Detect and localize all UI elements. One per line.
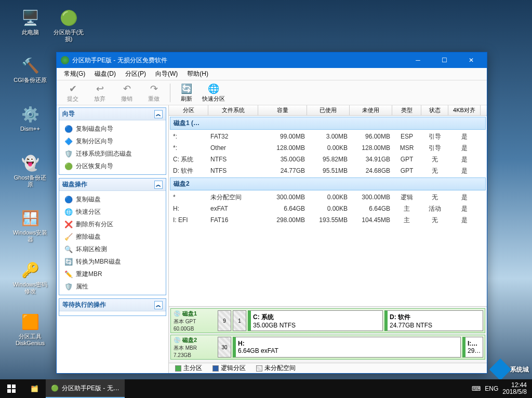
icon-label: Dism++ (20, 126, 40, 132)
diskmap-seg[interactable]: D: 软件24.77GB NTFS (384, 310, 483, 331)
panel-item[interactable]: 🔷复制分区向导 (60, 135, 165, 147)
panel-item[interactable]: ❌删除所有分区 (60, 218, 165, 230)
diskmap-row[interactable]: 💿 磁盘2基本 MBR7.23GB30H:6.64GB exFATI:…29… (170, 335, 485, 360)
col-容量[interactable]: 容量 (258, 105, 307, 115)
collapse-icon[interactable]: ︽ (154, 301, 163, 309)
disk-group-header[interactable]: 磁盘1 (… (170, 117, 486, 130)
toolbar-放弃[interactable]: ↩放弃 (87, 81, 113, 104)
icon-label: Windows安装器 (11, 229, 49, 243)
panel-item[interactable]: 🔍坏扇区检测 (60, 243, 165, 255)
taskbar-explorer[interactable]: 🗂️ (23, 379, 46, 398)
watermark-logo-icon (489, 359, 511, 380)
collapse-icon[interactable]: ︽ (154, 181, 163, 189)
close-button[interactable]: ✕ (459, 52, 483, 68)
disk-group-header[interactable]: 磁盘2 (170, 177, 486, 190)
item-icon: 🔄 (64, 257, 73, 266)
diskmap-seg-small[interactable]: 9 (218, 310, 231, 331)
tray-keyboard-icon[interactable]: ⌨ (472, 385, 481, 392)
icon: 👻 (20, 153, 41, 173)
collapse-icon[interactable]: ︽ (154, 110, 163, 118)
diskmap-info: 💿 磁盘1基本 GPT60.00GB (172, 310, 216, 331)
col-分区[interactable]: 分区 (169, 105, 208, 115)
desktop-icon-Dism++[interactable]: ⚙️Dism++ (11, 104, 49, 132)
minimize-button[interactable]: ─ (406, 52, 430, 68)
diskmap-seg[interactable]: I:…29… (462, 337, 483, 358)
svg-rect-0 (7, 385, 11, 388)
taskbar: 🗂️ 🟢 分区助手PE版 - 无… ⌨ ENG 12:44 2018/5/8 (0, 379, 532, 398)
col-未使用[interactable]: 未使用 (350, 105, 392, 115)
desktop-icon-Windows安装器[interactable]: 🪟Windows安装器 (11, 208, 49, 243)
col-状态[interactable]: 状态 (421, 105, 448, 115)
legend-item: 逻辑分区 (212, 364, 246, 373)
panel-item[interactable]: 🔄转换为MBR磁盘 (60, 255, 165, 268)
window-title: 分区助手PE版 - 无损分区免费软件 (72, 56, 403, 65)
toolbar-重做[interactable]: ↷重做 (141, 81, 167, 104)
panel-item[interactable]: 🔵复制磁盘 (60, 193, 165, 205)
panel-header[interactable]: 磁盘操作︽ (59, 179, 166, 191)
taskbar-app[interactable]: 🟢 分区助手PE版 - 无… (46, 379, 125, 398)
taskbar-app-label: 分区助手PE版 - 无… (62, 384, 119, 393)
partition-list[interactable]: 磁盘1 (…*:FAT3299.00MB3.00MB96.00MBESP引导是*… (169, 116, 487, 306)
start-button[interactable] (0, 379, 23, 398)
tray-date: 2018/5/8 (502, 389, 527, 395)
icon: 🟧 (20, 311, 41, 332)
toolbar-快速分区[interactable]: 🌐快速分区 (201, 81, 227, 104)
toolbar-刷新[interactable]: 🔄刷新 (174, 81, 200, 104)
diskmap-seg-small[interactable]: 1 (233, 310, 246, 331)
maximize-button[interactable]: ☐ (433, 52, 456, 68)
partition-row[interactable]: H:exFAT6.64GB0.00KB6.64GB主活动是 (169, 203, 487, 214)
menu-item[interactable]: 向导(W) (151, 68, 182, 79)
col-4KB对齐[interactable]: 4KB对齐 (448, 105, 481, 115)
desktop-icon-分区工具DiskGenius[interactable]: 🟧分区工具DiskGenius (11, 311, 49, 347)
partition-row[interactable]: I: EFIFAT16298.00MB193.55MB104.45MB主无是 (169, 214, 487, 226)
panel-item[interactable]: 🛡️迁移系统到固态磁盘 (60, 147, 165, 160)
menu-item[interactable]: 帮助(H) (183, 68, 212, 79)
desktop-icon-CGI备份还原[interactable]: 🔨CGI备份还原 (11, 55, 49, 84)
panel-header[interactable]: 向导︽ (59, 108, 166, 120)
sidebar: 向导︽🔵复制磁盘向导🔷复制分区向导🛡️迁移系统到固态磁盘🟢分区恢复向导磁盘操作︽… (57, 105, 169, 373)
system-tray[interactable]: ⌨ ENG 12:44 2018/5/8 (467, 382, 532, 395)
desktop: 🖥️此电脑🟢分区助手(无损)🔨CGI备份还原⚙️Dism++👻Ghost备份还原… (0, 0, 532, 398)
legend: 主分区逻辑分区未分配空间 (169, 363, 487, 373)
panel-item[interactable]: 🔵复制磁盘向导 (60, 122, 165, 135)
panel-向导: 向导︽🔵复制磁盘向导🔷复制分区向导🛡️迁移系统到固态磁盘🟢分区恢复向导 (59, 107, 166, 175)
svg-rect-2 (7, 389, 11, 393)
menu-item[interactable]: 常规(G) (60, 68, 89, 79)
menu-item[interactable]: 磁盘(D) (90, 68, 120, 79)
提交-icon: ✔ (69, 83, 77, 94)
diskmap-seg-small[interactable]: 30 (218, 337, 231, 358)
menu-item[interactable]: 分区(P) (121, 68, 150, 79)
diskmap-seg[interactable]: H:6.64GB exFAT (233, 337, 461, 358)
item-icon: 🟢 (64, 162, 73, 170)
toolbar-提交[interactable]: ✔提交 (60, 81, 86, 104)
partition-row[interactable]: *:Other128.00MB0.00KB128.00MBMSR引导是 (169, 142, 487, 154)
toolbar-撤销[interactable]: ↶撤销 (114, 81, 140, 104)
tray-lang[interactable]: ENG (485, 385, 498, 392)
desktop-icon-分区助手(无损)[interactable]: 🟢分区助手(无损) (50, 7, 87, 43)
panel-item[interactable]: 🟢分区恢复向导 (60, 160, 165, 172)
titlebar[interactable]: 分区助手PE版 - 无损分区免费软件 ─ ☐ ✕ (57, 52, 487, 68)
diskmap-row[interactable]: 💿 磁盘1基本 GPT60.00GB91C: 系统35.00GB NTFSD: … (170, 308, 485, 333)
panel-item[interactable]: 🛡️属性 (60, 280, 165, 293)
icon-label: Ghost备份还原 (11, 174, 49, 188)
desktop-icon-Windows密码修改[interactable]: 🔑Windows密码修改 (11, 259, 49, 295)
partition-row[interactable]: *:FAT3299.00MB3.00MB96.00MBESP引导是 (169, 131, 487, 142)
column-header: 分区文件系统容量已使用未使用类型状态4KB对齐 (169, 105, 487, 116)
panel-item[interactable]: 🧹擦除磁盘 (60, 230, 165, 243)
partition-row[interactable]: *未分配空间300.00MB0.00KB300.00MB逻辑无是 (169, 191, 487, 203)
col-已使用[interactable]: 已使用 (307, 105, 350, 115)
panel-item[interactable]: 🌐快速分区 (60, 205, 165, 218)
col-文件系统[interactable]: 文件系统 (208, 105, 258, 115)
item-icon: 🔵 (64, 195, 73, 203)
partition-row[interactable]: C: 系统NTFS35.00GB95.82MB34.91GBGPT无是 (169, 154, 487, 165)
icon: 🪟 (20, 208, 41, 228)
desktop-icon-Ghost备份还原[interactable]: 👻Ghost备份还原 (11, 153, 49, 188)
desktop-icon-此电脑[interactable]: 🖥️此电脑 (11, 7, 49, 36)
diskmap-seg[interactable]: C: 系统35.00GB NTFS (248, 310, 383, 331)
menubar: 常规(G)磁盘(D)分区(P)向导(W)帮助(H) (57, 68, 487, 80)
panel-header[interactable]: 等待执行的操作︽ (59, 299, 166, 311)
partition-row[interactable]: D: 软件NTFS24.77GB95.51MB24.68GBGPT无是 (169, 165, 487, 176)
app-icon: 🟢 (51, 385, 59, 392)
panel-item[interactable]: ✏️重建MBR (60, 268, 165, 280)
col-类型[interactable]: 类型 (392, 105, 421, 115)
